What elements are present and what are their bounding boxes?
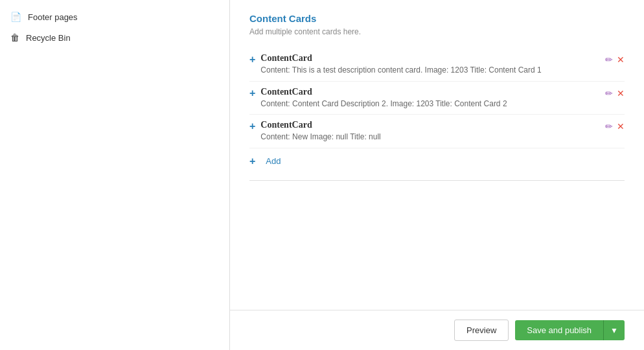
divider <box>249 180 625 181</box>
add-card-row[interactable]: + Add <box>249 148 625 174</box>
card-info: ContentCard Content: This is a test desc… <box>260 53 600 76</box>
section-description: Add multiple content cards here. <box>249 27 625 38</box>
save-publish-button[interactable]: Save and publish <box>515 320 603 340</box>
card-type: ContentCard <box>260 120 600 130</box>
section-title: Content Cards <box>249 13 625 24</box>
card-actions: ✏ ✕ <box>605 88 625 99</box>
document-icon: 📄 <box>10 12 21 22</box>
edit-icon[interactable]: ✏ <box>605 121 613 132</box>
card-type: ContentCard <box>260 87 600 97</box>
edit-icon[interactable]: ✏ <box>605 88 613 99</box>
delete-icon[interactable]: ✕ <box>617 88 625 99</box>
sidebar: 📄 Footer pages 🗑 Recycle Bin <box>0 0 230 350</box>
delete-icon[interactable]: ✕ <box>617 54 625 65</box>
card-expand-icon[interactable]: + <box>249 88 255 99</box>
sidebar-item-footer-pages[interactable]: 📄 Footer pages <box>0 6 229 27</box>
sidebar-item-label: Footer pages <box>28 12 78 22</box>
card-actions: ✏ ✕ <box>605 54 625 65</box>
card-info: ContentCard Content: New Image: null Tit… <box>260 120 600 143</box>
card-type: ContentCard <box>260 53 600 64</box>
footer-bar: Preview Save and publish ▼ <box>230 310 644 350</box>
sidebar-item-label: Recycle Bin <box>26 33 71 43</box>
card-description: Content: This is a test description cont… <box>260 65 600 76</box>
edit-icon[interactable]: ✏ <box>605 54 613 65</box>
recycle-bin-icon: 🗑 <box>10 32 19 43</box>
sidebar-item-recycle-bin[interactable]: 🗑 Recycle Bin <box>0 27 229 48</box>
card-actions: ✏ ✕ <box>605 121 625 132</box>
card-expand-icon[interactable]: + <box>249 121 255 132</box>
publish-button-group: Save and publish ▼ <box>515 320 625 340</box>
main-content: Content Cards Add multiple content cards… <box>230 0 644 350</box>
add-label: Add <box>266 156 281 166</box>
delete-icon[interactable]: ✕ <box>617 121 625 132</box>
table-row: + ContentCard Content: Content Card Desc… <box>249 82 625 115</box>
publish-dropdown-arrow[interactable]: ▼ <box>603 320 625 340</box>
table-row: + ContentCard Content: New Image: null T… <box>249 115 625 148</box>
preview-button[interactable]: Preview <box>454 320 509 341</box>
add-icon: + <box>249 156 255 167</box>
card-expand-icon[interactable]: + <box>249 54 255 65</box>
cards-container: + ContentCard Content: This is a test de… <box>249 48 625 174</box>
card-description: Content: Content Card Description 2. Ima… <box>260 99 600 110</box>
table-row: + ContentCard Content: This is a test de… <box>249 48 625 82</box>
card-info: ContentCard Content: Content Card Descri… <box>260 87 600 110</box>
card-description: Content: New Image: null Title: null <box>260 132 600 143</box>
content-area: Content Cards Add multiple content cards… <box>230 0 644 310</box>
